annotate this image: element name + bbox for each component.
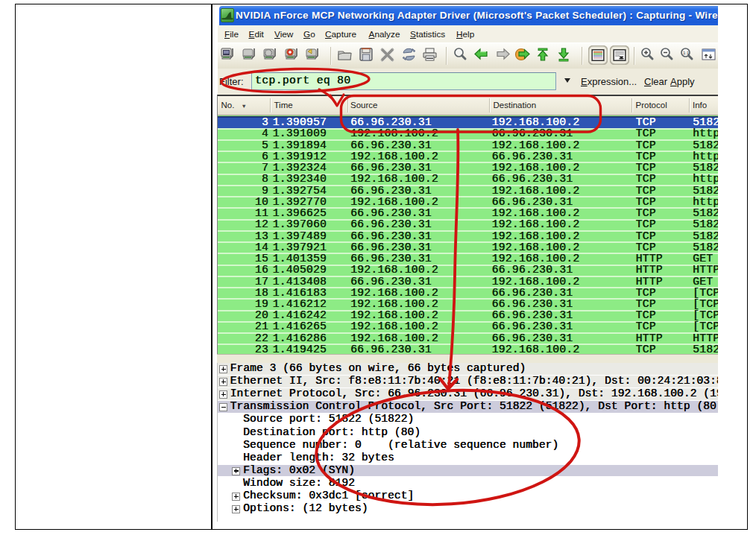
svg-text:1:1: 1:1 [683, 51, 690, 55]
